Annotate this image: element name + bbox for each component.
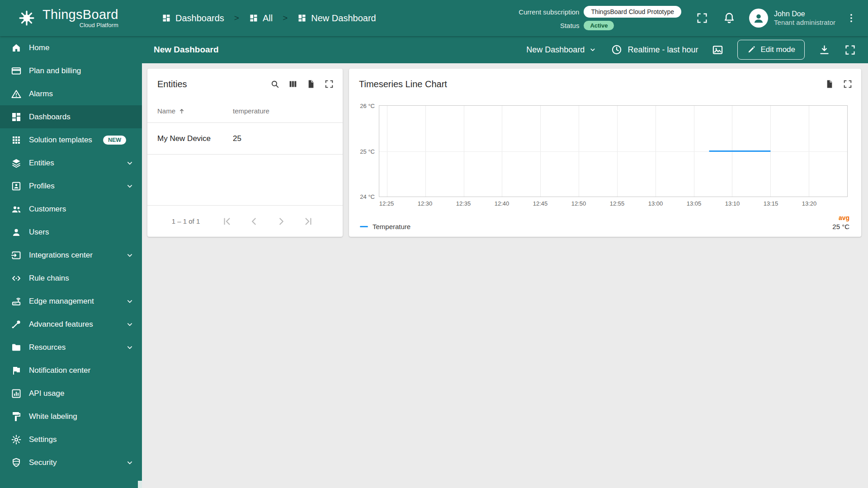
toolbar-fullscreen-icon[interactable] [844,44,856,56]
column-header-temperature[interactable]: temperature [233,107,269,115]
sidebar-item-label: White labeling [29,412,77,421]
person-icon [752,11,765,25]
download-icon[interactable] [818,44,830,56]
sidebar-item-integrations-center[interactable]: Integrations center [0,244,142,267]
legend-avg-header[interactable]: avg [832,214,849,221]
breadcrumb-separator: > [283,13,288,23]
sidebar-scrollbar[interactable] [138,481,142,488]
legend-avg-value: 25 °C [832,223,849,230]
last-page-button[interactable] [298,211,318,231]
advanced-icon [11,319,22,330]
edit-mode-button[interactable]: Edit mode [737,40,805,60]
sidebar-item-label: Resources [29,343,66,352]
sidebar-item-plan-and-billing[interactable]: Plan and billing [0,59,142,82]
sidebar-item-label: Solution templates [29,136,92,145]
security-icon [11,457,22,468]
subscription-label: Current subscription [519,8,579,16]
user-menu[interactable]: John Doe Tenant administrator [749,9,835,28]
cell-name: My New Device [157,134,233,143]
kebab-menu-icon[interactable] [845,12,857,24]
breadcrumb-item-all[interactable]: All [249,13,273,23]
sidebar-item-label: Advanced features [29,320,93,329]
api-icon [11,388,22,399]
sidebar-item-alarms[interactable]: Alarms [0,82,142,105]
chevron-down-icon [125,343,135,352]
export-icon[interactable] [302,75,320,93]
sidebar-item-users[interactable]: Users [0,221,142,244]
sidebar-item-solution-templates[interactable]: Solution templatesNEW [0,128,142,151]
dashboards-icon [162,14,171,23]
export-icon[interactable] [821,75,839,93]
main-area: New Dashboard New Dashboard Realtime - l… [142,36,868,488]
sidebar-item-security[interactable]: Security [0,451,142,474]
sidebar-item-customers[interactable]: Customers [0,197,142,221]
sidebar-item-edge-management[interactable]: Edge management [0,290,142,313]
widget-fullscreen-icon[interactable] [320,75,338,93]
sidebar-item-advanced-features[interactable]: Advanced features [0,313,142,336]
subscription-pill[interactable]: ThingsBoard Cloud Prototype [584,6,681,18]
templates-icon [11,135,22,145]
columns-icon[interactable] [284,75,302,93]
timewindow-button[interactable]: Realtime - last hour [611,44,698,56]
user-role: Tenant administrator [774,19,835,27]
entities-widget-header: Entities [147,69,343,99]
column-header-name[interactable]: Name [157,107,233,115]
chevron-down-icon [588,45,597,54]
sidebar-item-notification-center[interactable]: Notification center [0,359,142,382]
sidebar-item-label: Rule chains [29,274,69,283]
dashboard-state-select[interactable]: New Dashboard [526,45,597,55]
widget-fullscreen-icon[interactable] [839,75,857,93]
page-title: New Dashboard [154,45,219,55]
previous-page-button[interactable] [244,211,264,231]
chevron-down-icon [125,296,135,306]
brand-logo[interactable]: ThingsBoard Cloud Platform [0,8,142,28]
header-right: Current subscription ThingsBoard Cloud P… [519,6,868,30]
y-tick-label: 26 °C [360,103,375,109]
next-page-button[interactable] [271,211,291,231]
chart-plot-area: 26 °C25 °C24 °C [379,105,848,197]
dashboard-image-icon[interactable] [712,44,724,56]
x-tick-label: 12:55 [610,200,625,207]
customers-icon [11,204,22,215]
y-tick-label: 25 °C [360,148,375,155]
breadcrumb-item-new-dashboard[interactable]: New Dashboard [297,13,376,23]
sidebar-item-label: Profiles [29,182,55,191]
white-labeling-icon [11,411,22,422]
notifications-bell-icon[interactable] [723,12,736,24]
fullscreen-icon[interactable] [696,12,708,24]
x-tick-label: 12:45 [533,200,548,207]
profiles-icon [11,181,22,192]
sidebar-item-white-labeling[interactable]: White labeling [0,405,142,428]
table-row[interactable]: My New Device25 [147,123,343,155]
dashboards-icon [11,112,22,122]
cell-temperature: 25 [233,134,241,143]
sidebar-item-home[interactable]: Home [0,36,142,59]
sidebar-item-label: Edge management [29,297,94,306]
sidebar-item-entities[interactable]: Entities [0,151,142,174]
entities-icon [11,158,22,169]
sidebar-nav: HomePlan and billingAlarmsDashboardsSolu… [0,36,142,474]
search-icon[interactable] [266,75,284,93]
sidebar-item-profiles[interactable]: Profiles [0,174,142,197]
x-tick-label: 13:05 [687,200,702,207]
sidebar-item-settings[interactable]: Settings [0,428,142,451]
sidebar-item-rule-chains[interactable]: Rule chains [0,267,142,290]
top-header: ThingsBoard Cloud Platform Dashboards>Al… [0,0,868,36]
thingsboard-app: ThingsBoard Cloud Platform Dashboards>Al… [0,0,868,488]
sidebar-item-api-usage[interactable]: API usage [0,382,142,405]
breadcrumb-label: New Dashboard [311,13,376,23]
breadcrumb-label: Dashboards [175,13,224,23]
breadcrumb-item-dashboards[interactable]: Dashboards [162,13,224,23]
dashboards-icon [297,14,307,23]
legend-series-temperature[interactable]: Temperature [360,223,410,230]
settings-icon [11,434,22,445]
first-page-button[interactable] [217,211,237,231]
brand-name: ThingsBoard [42,8,118,21]
sidebar-item-dashboards[interactable]: Dashboards [0,105,142,128]
chart-legend: Temperature avg 25 °C [349,209,861,237]
sidebar-item-resources[interactable]: Resources [0,336,142,359]
rule-chains-icon [11,273,22,284]
brand-subtitle: Cloud Platform [80,22,118,28]
alarms-icon [11,89,22,99]
edge-icon [11,296,22,307]
